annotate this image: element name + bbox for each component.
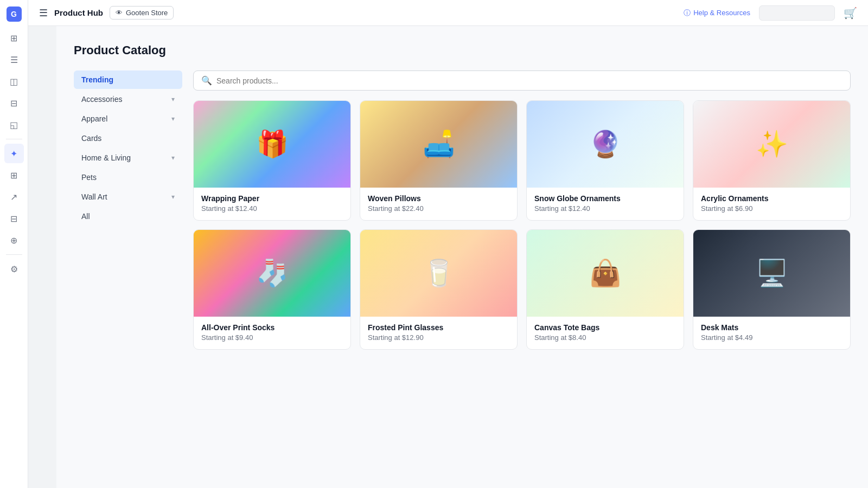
product-name-acrylic-ornaments: Acrylic Ornaments xyxy=(701,194,843,203)
sidebar-item-billing[interactable]: ◱ xyxy=(4,115,24,134)
sidebar-item-home[interactable]: ⊞ xyxy=(4,28,24,48)
search-input[interactable] xyxy=(216,76,843,85)
product-info-frosted-pint: Frosted Pint Glasses Starting at $12.90 xyxy=(360,317,517,349)
product-price-wrapping-paper: Starting at $12.40 xyxy=(201,204,343,213)
product-price-woven-pillows: Starting at $22.40 xyxy=(368,204,509,213)
help-label: Help & Resources xyxy=(693,9,750,17)
sidebar-item-integrations[interactable]: ⊕ xyxy=(4,230,24,250)
product-card-acrylic-ornaments[interactable]: Acrylic Ornaments Starting at $6.90 xyxy=(693,100,851,221)
product-info-canvas-tote: Canvas Tote Bags Starting at $8.40 xyxy=(527,317,684,349)
product-name-wrapping-paper: Wrapping Paper xyxy=(201,194,343,203)
product-image-wrapping-paper xyxy=(194,101,350,188)
product-info-desk-mats: Desk Mats Starting at $4.49 xyxy=(693,317,850,349)
chevron-down-icon: ▾ xyxy=(171,95,175,103)
help-resources-button[interactable]: ⓘ Help & Resources xyxy=(684,8,750,18)
nav-label-all: All xyxy=(81,212,90,221)
product-info-snow-globe: Snow Globe Ornaments Starting at $12.40 xyxy=(527,188,684,220)
chevron-down-icon: ▾ xyxy=(171,193,175,201)
sidebar-divider xyxy=(6,139,22,139)
nav-item-accessories[interactable]: Accessories ▾ xyxy=(74,90,182,108)
chevron-down-icon: ▾ xyxy=(171,154,175,162)
help-icon: ⓘ xyxy=(684,8,691,18)
product-card-canvas-tote[interactable]: Canvas Tote Bags Starting at $8.40 xyxy=(526,229,684,350)
product-card-snow-globe[interactable]: Snow Globe Ornaments Starting at $12.40 xyxy=(526,100,684,221)
product-area: 🔍 Wrapping Paper Starting at $12.40 Wove… xyxy=(193,70,851,350)
sidebar-item-orders[interactable]: ☰ xyxy=(4,50,24,69)
cart-button[interactable]: 🛒 xyxy=(844,7,857,20)
nav-label-accessories: Accessories xyxy=(81,95,122,104)
sidebar-item-products[interactable]: ◫ xyxy=(4,72,24,91)
product-price-frosted-pint: Starting at $12.90 xyxy=(368,333,509,342)
product-card-desk-mats[interactable]: Desk Mats Starting at $4.49 xyxy=(693,229,851,350)
product-grid: Wrapping Paper Starting at $12.40 Woven … xyxy=(193,100,851,350)
sidebar-item-tables[interactable]: ⊟ xyxy=(4,209,24,228)
nav-label-cards: Cards xyxy=(81,134,101,143)
sidebar-item-analytics[interactable]: ↗ xyxy=(4,187,24,207)
product-card-wrapping-paper[interactable]: Wrapping Paper Starting at $12.40 xyxy=(193,100,351,221)
topbar-search-box xyxy=(759,5,835,21)
sidebar: G ⊞ ☰ ◫ ⊟ ◱ ✦ ⊞ ↗ ⊟ ⊕ ⚙ xyxy=(0,0,28,488)
topbar: ☰ Product Hub 👁 Gooten Store ⓘ Help & Re… xyxy=(28,0,868,26)
app-title: Product Hub xyxy=(54,8,103,17)
product-card-woven-pillows[interactable]: Woven Pillows Starting at $22.40 xyxy=(360,100,518,221)
gooten-store-button[interactable]: 👁 Gooten Store xyxy=(110,6,174,20)
chevron-down-icon: ▾ xyxy=(171,115,175,123)
nav-item-pets[interactable]: Pets xyxy=(74,168,182,187)
search-bar: 🔍 xyxy=(193,70,851,91)
product-image-acrylic-ornaments xyxy=(693,101,850,188)
product-image-desk-mats xyxy=(693,230,850,317)
sidebar-divider-2 xyxy=(6,254,22,255)
product-info-wrapping-paper: Wrapping Paper Starting at $12.40 xyxy=(194,188,350,220)
nav-label-wall-art: Wall Art xyxy=(81,192,107,201)
nav-label-apparel: Apparel xyxy=(81,114,107,123)
sidebar-item-stores[interactable]: ⊞ xyxy=(4,165,24,185)
nav-label-home-living: Home & Living xyxy=(81,153,131,162)
product-name-snow-globe: Snow Globe Ornaments xyxy=(534,194,676,203)
product-price-snow-globe: Starting at $12.40 xyxy=(534,204,676,213)
product-info-acrylic-ornaments: Acrylic Ornaments Starting at $6.90 xyxy=(693,188,850,220)
product-card-frosted-pint[interactable]: Frosted Pint Glasses Starting at $12.90 xyxy=(360,229,518,350)
sidebar-item-reports[interactable]: ⊟ xyxy=(4,93,24,113)
product-info-aop-socks: All-Over Print Socks Starting at $9.40 xyxy=(194,317,350,349)
nav-item-all[interactable]: All xyxy=(74,207,182,226)
product-name-aop-socks: All-Over Print Socks xyxy=(201,323,343,332)
product-price-acrylic-ornaments: Starting at $6.90 xyxy=(701,204,843,213)
nav-label-trending: Trending xyxy=(81,75,113,84)
product-name-frosted-pint: Frosted Pint Glasses xyxy=(368,323,509,332)
search-icon: 🔍 xyxy=(201,75,212,86)
app-logo: G xyxy=(7,7,22,22)
page-title: Product Catalog xyxy=(74,43,851,57)
product-name-desk-mats: Desk Mats xyxy=(701,323,843,332)
product-image-snow-globe xyxy=(527,101,684,188)
left-nav: Trending Accessories ▾ Apparel ▾ Cards H… xyxy=(74,70,182,350)
main-content: Product Catalog Trending Accessories ▾ A… xyxy=(56,26,868,488)
product-image-woven-pillows xyxy=(360,101,517,188)
product-name-canvas-tote: Canvas Tote Bags xyxy=(534,323,676,332)
product-image-frosted-pint xyxy=(360,230,517,317)
nav-label-pets: Pets xyxy=(81,173,97,182)
product-price-canvas-tote: Starting at $8.40 xyxy=(534,333,676,342)
content-area: Trending Accessories ▾ Apparel ▾ Cards H… xyxy=(74,70,851,350)
nav-item-home-living[interactable]: Home & Living ▾ xyxy=(74,149,182,167)
topbar-right: ⓘ Help & Resources 🛒 xyxy=(684,5,857,21)
nav-item-trending[interactable]: Trending xyxy=(74,70,182,89)
product-card-aop-socks[interactable]: All-Over Print Socks Starting at $9.40 xyxy=(193,229,351,350)
sidebar-item-catalog[interactable]: ✦ xyxy=(4,144,24,163)
product-price-desk-mats: Starting at $4.49 xyxy=(701,333,843,342)
nav-item-apparel[interactable]: Apparel ▾ xyxy=(74,110,182,128)
product-name-woven-pillows: Woven Pillows xyxy=(368,194,509,203)
hamburger-menu-button[interactable]: ☰ xyxy=(39,7,48,19)
eye-icon: 👁 xyxy=(116,9,123,17)
product-image-aop-socks xyxy=(194,230,350,317)
sidebar-item-settings[interactable]: ⚙ xyxy=(4,259,24,279)
nav-item-cards[interactable]: Cards xyxy=(74,129,182,147)
store-button-label: Gooten Store xyxy=(126,9,168,17)
product-price-aop-socks: Starting at $9.40 xyxy=(201,333,343,342)
product-info-woven-pillows: Woven Pillows Starting at $22.40 xyxy=(360,188,517,220)
nav-item-wall-art[interactable]: Wall Art ▾ xyxy=(74,188,182,206)
product-image-canvas-tote xyxy=(527,230,684,317)
